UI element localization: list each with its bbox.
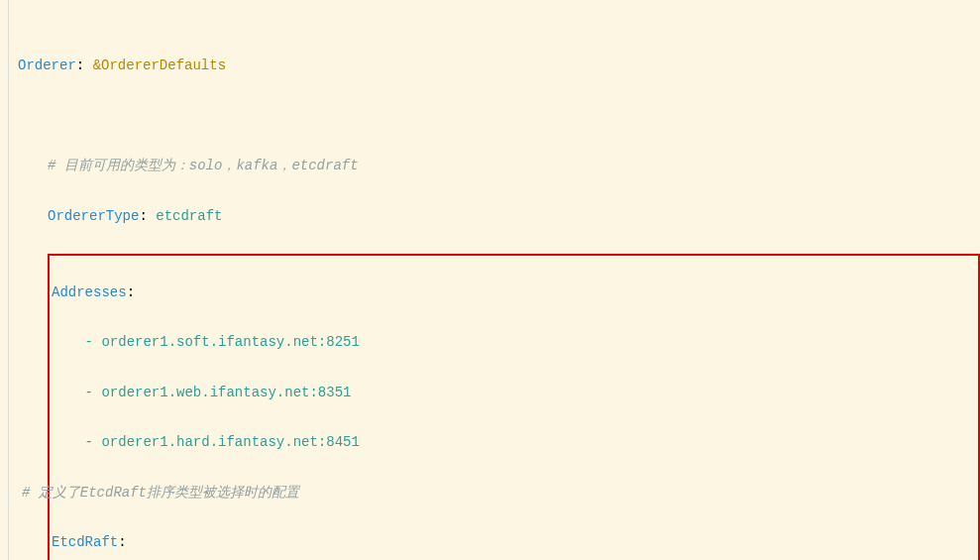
highlighted-config-box: Addresses: - orderer1.soft.ifantasy.net:…	[48, 254, 980, 560]
addresses-key-line: Addresses:	[52, 280, 976, 305]
code-block: Orderer: &OrdererDefaults # 目前可用的类型为：sol…	[0, 0, 980, 560]
address-item-1: - orderer1.soft.ifantasy.net:8251	[52, 330, 976, 355]
orderer-anchor: &OrdererDefaults	[93, 57, 226, 73]
orderer-key: Orderer	[18, 57, 76, 73]
comment-line-2: # 定义了EtcdRaft排序类型被选择时的配置	[22, 481, 976, 505]
orderer-line: Orderer: &OrdererDefaults	[18, 54, 980, 78]
comment-line-1: # 目前可用的类型为：solo，kafka，etcdraft	[18, 154, 980, 178]
etcdraft-key-line: EtcdRaft:	[52, 530, 976, 555]
address-item-3: - orderer1.hard.ifantasy.net:8451	[52, 430, 976, 455]
orderer-type-line: OrdererType: etcdraft	[18, 204, 980, 229]
address-item-2: - orderer1.web.ifantasy.net:8351	[52, 381, 976, 405]
blank-line	[18, 104, 980, 129]
